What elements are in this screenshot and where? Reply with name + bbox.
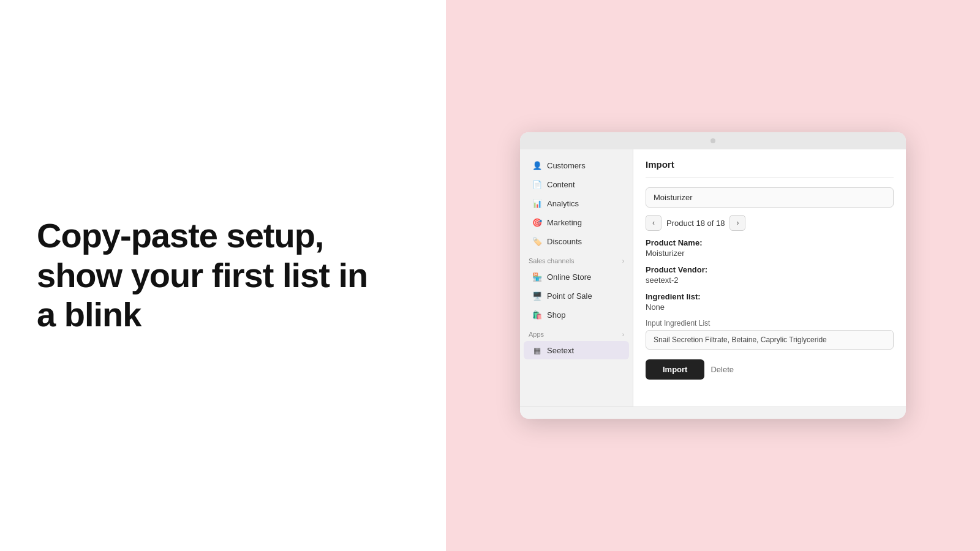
window-titlebar	[520, 132, 906, 149]
titlebar-dot	[710, 138, 715, 143]
sidebar-item-discounts[interactable]: 🏷️ Discounts	[524, 232, 629, 250]
sidebar-label-customers: Customers	[547, 161, 586, 170]
sidebar-item-customers[interactable]: 👤 Customers	[524, 156, 629, 174]
main-header: Import	[646, 159, 894, 178]
apps-section: Apps ›	[520, 324, 633, 340]
sidebar-label-analytics: Analytics	[547, 199, 579, 208]
product-vendor-value: seetext-2	[646, 276, 894, 285]
marketing-icon: 🎯	[532, 217, 542, 227]
sidebar-item-seetext[interactable]: ▦ Seetext	[524, 341, 629, 359]
sidebar: 👤 Customers 📄 Content 📊 Analytics 🎯 Mark…	[520, 149, 633, 407]
sidebar-item-online-store[interactable]: 🏪 Online Store	[524, 268, 629, 286]
sidebar-item-analytics[interactable]: 📊 Analytics	[524, 194, 629, 212]
ingredient-list-group: Ingredient list: None	[646, 292, 894, 312]
apps-label: Apps	[529, 331, 544, 338]
search-bar[interactable]: Moisturizer	[646, 187, 894, 208]
right-panel: 👤 Customers 📄 Content 📊 Analytics 🎯 Mark…	[446, 0, 980, 551]
product-name-label: Product Name:	[646, 238, 894, 247]
shop-icon: 🛍️	[532, 310, 542, 320]
hero-line1: Copy-paste setup,	[37, 216, 323, 255]
sidebar-item-shop[interactable]: 🛍️ Shop	[524, 305, 629, 324]
window-footer	[520, 407, 906, 419]
sidebar-item-content[interactable]: 📄 Content	[524, 175, 629, 193]
seetext-icon: ▦	[532, 345, 542, 355]
content-icon: 📄	[532, 179, 542, 189]
sidebar-label-marketing: Marketing	[547, 218, 582, 227]
product-name-value: Moisturizer	[646, 249, 894, 258]
main-content: Import Moisturizer ‹ Product 18 of 18 › …	[633, 149, 906, 407]
sidebar-label-seetext: Seetext	[547, 346, 574, 355]
app-window: 👤 Customers 📄 Content 📊 Analytics 🎯 Mark…	[520, 132, 906, 419]
input-ingredient-label: Input Ingredient List	[646, 319, 894, 328]
ingredient-list-value: None	[646, 302, 894, 312]
sidebar-item-marketing[interactable]: 🎯 Marketing	[524, 213, 629, 231]
apps-chevron: ›	[622, 331, 624, 338]
point-of-sale-icon: 🖥️	[532, 291, 542, 301]
action-row: Import Delete	[646, 359, 894, 380]
left-panel: Copy-paste setup, show your first list i…	[0, 0, 446, 551]
sales-channels-section: Sales channels ›	[520, 251, 633, 267]
analytics-icon: 📊	[532, 198, 542, 208]
product-name-group: Product Name: Moisturizer	[646, 238, 894, 258]
pagination-row: ‹ Product 18 of 18 ›	[646, 215, 894, 231]
pagination-next-btn[interactable]: ›	[729, 215, 745, 231]
import-button[interactable]: Import	[646, 359, 704, 380]
sidebar-label-point-of-sale: Point of Sale	[547, 291, 592, 301]
sidebar-label-online-store: Online Store	[547, 272, 591, 282]
sidebar-label-content: Content	[547, 180, 575, 189]
online-store-icon: 🏪	[532, 272, 542, 282]
sidebar-label-discounts: Discounts	[547, 237, 582, 246]
hero-line3: a blink	[37, 295, 141, 334]
sidebar-label-shop: Shop	[547, 310, 565, 320]
hero-line2: show your first list in	[37, 256, 368, 294]
product-vendor-group: Product Vendor: seetext-2	[646, 265, 894, 285]
delete-button[interactable]: Delete	[710, 365, 734, 374]
product-vendor-label: Product Vendor:	[646, 265, 894, 274]
sales-channels-chevron: ›	[622, 258, 624, 264]
discounts-icon: 🏷️	[532, 236, 542, 246]
input-ingredient-group: Input Ingredient List Snail Secretion Fi…	[646, 319, 894, 350]
sales-channels-label: Sales channels	[529, 257, 575, 264]
pagination-label: Product 18 of 18	[666, 219, 725, 228]
customers-icon: 👤	[532, 160, 542, 170]
ingredient-list-label: Ingredient list:	[646, 292, 894, 301]
pagination-prev-btn[interactable]: ‹	[646, 215, 662, 231]
hero-text: Copy-paste setup, show your first list i…	[37, 216, 368, 334]
sidebar-item-point-of-sale[interactable]: 🖥️ Point of Sale	[524, 287, 629, 305]
ingredient-input[interactable]: Snail Secretion Filtrate, Betaine, Capry…	[646, 330, 894, 350]
window-body: 👤 Customers 📄 Content 📊 Analytics 🎯 Mark…	[520, 149, 906, 407]
